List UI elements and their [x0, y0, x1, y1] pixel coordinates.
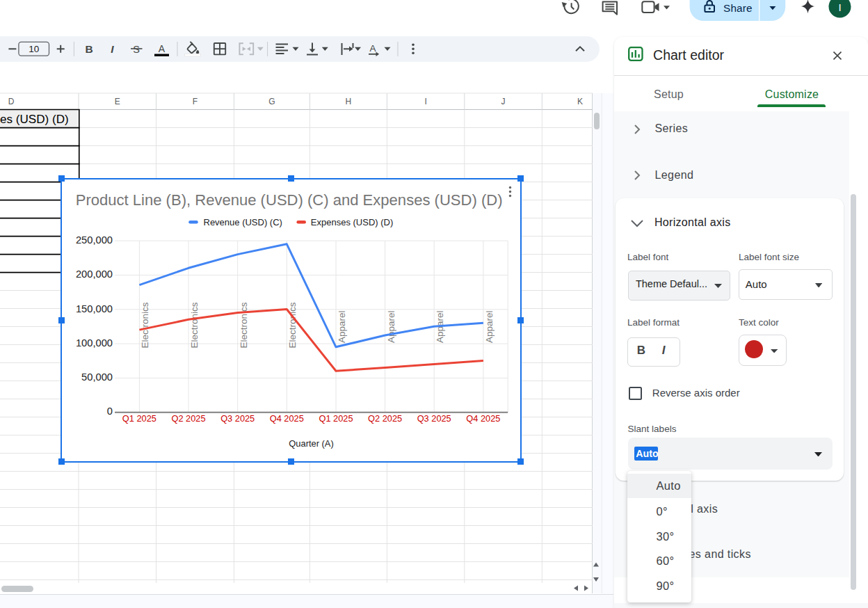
svg-text:A: A [369, 43, 376, 54]
svg-text:I: I [111, 43, 114, 55]
svg-text:E: E [115, 97, 120, 106]
svg-text:G: G [268, 97, 275, 106]
svg-text:B: B [86, 43, 93, 55]
svg-text:J: J [501, 97, 506, 106]
svg-text:H: H [346, 97, 352, 106]
svg-text:F: F [193, 97, 198, 106]
svg-text:I: I [838, 1, 841, 13]
svg-text:I: I [424, 97, 426, 106]
svg-text:10: 10 [29, 44, 39, 54]
svg-text:K: K [577, 97, 583, 106]
svg-text:D: D [8, 97, 15, 106]
svg-text:Share: Share [723, 2, 753, 14]
svg-text:es (USD) (D): es (USD) (D) [0, 113, 69, 126]
svg-text:A: A [159, 42, 166, 54]
